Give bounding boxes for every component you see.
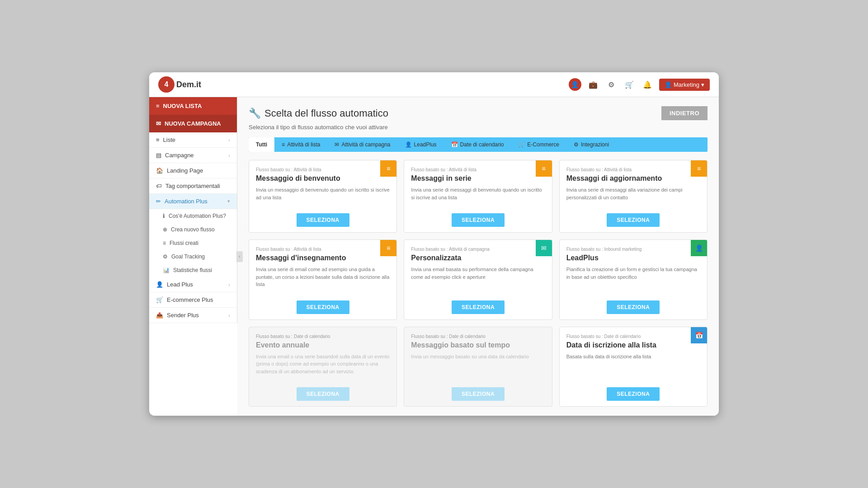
landing-icon: 🏠 [156,167,163,174]
card-title-7: Messaggio basato sul tempo [411,341,545,349]
sidebar-item-automation[interactable]: ✏ Automation Plus ▾ [149,194,237,209]
card-insegnamento: ≡ Flusso basato su : Attività di lista M… [249,239,397,320]
tab-date-calendario[interactable]: 📅 Date di calendario [444,137,511,152]
sidebar-item-liste[interactable]: ≡ Liste › [149,132,237,148]
logo-circle: 4 [158,76,175,93]
content-header: 🔧 Scelta del flusso automatico INDIETRO [249,106,708,120]
card-leadplus: 👤 Flusso basato su : Inbound marketing L… [559,239,708,320]
seleziona-btn-1[interactable]: SELEZIONA [452,213,505,227]
seleziona-btn-6[interactable]: SELEZIONA [297,387,349,401]
bell-icon[interactable]: 🔔 [641,78,654,91]
sidebar-item-ecommerce[interactable]: 🛒 E-commerce Plus [149,292,237,308]
top-nav: 4 Dem.it 👤 💼 ⚙ 🛒 🔔 👤 Marketing ▾ [149,72,719,97]
campagna-tab-icon: ✉ [335,141,339,148]
sidebar-sub-flussi[interactable]: ≡ Flussi creati [149,236,237,250]
card-desc-6: Invia una email o una serie basandoti su… [256,353,390,375]
seleziona-btn-7[interactable]: SELEZIONA [452,387,505,401]
new-list-button[interactable]: ≡ NUOVA LISTA [149,97,237,115]
chevron-right-icon: › [228,153,230,158]
card-desc-5: Pianifica la creazione di un form e gest… [566,266,700,281]
cart-icon[interactable]: 🛒 [623,78,636,91]
tab-ecommerce[interactable]: 🛒 E-Commerce [511,137,566,152]
card-title-8: Data di iscrizione alla lista [566,341,700,349]
filter-tabs: Tutti ≡ Attività di lista ✉ Attività di … [249,137,708,152]
card-corner-4: ✉ [536,240,552,256]
automation-icon: ✏ [156,198,161,205]
logo-text: Dem.it [176,80,201,89]
cards-grid: ≡ Flusso basato su : Attività di lista M… [249,160,708,407]
list-bullet-icon: ≡ [156,136,160,143]
goal-icon: ⚙ [163,253,168,260]
sidebar-sub-goal[interactable]: ⚙ Goal Tracking [149,250,237,263]
tab-integrazioni[interactable]: ⚙ Integrazioni [566,137,616,152]
card-desc-8: Basata sulla data di iscrizione alla lis… [566,353,700,361]
seleziona-btn-4[interactable]: SELEZIONA [452,300,505,314]
card-tag-7: Flusso basato su : Date di calendario [411,334,545,339]
card-desc-1: Invia una serie di messaggi di benvenuto… [411,186,545,201]
card-corner-8: 📅 [691,327,707,343]
settings-icon[interactable]: ⚙ [605,78,618,91]
indietro-button[interactable]: INDIETRO [661,106,708,120]
ecommerce-icon: 🛒 [156,296,163,303]
seleziona-btn-8[interactable]: SELEZIONA [607,387,660,401]
tab-attivita-campagna[interactable]: ✉ Attività di campagna [327,137,397,152]
campagne-icon: ▤ [156,152,161,159]
sidebar: ≡ NUOVA LISTA ✉ NUOVA CAMPAGNA ≡ Liste ›… [149,97,237,323]
sender-icon: 📤 [156,312,163,319]
card-desc-3: Invia una serie di email come ad esempio… [256,266,390,288]
sidebar-item-landing[interactable]: 🏠 Landing Page [149,163,237,178]
sidebar-sub-stats[interactable]: 📊 Statistiche flussi [149,263,237,277]
card-title-4: Personalizzata [411,254,545,262]
tab-tutti[interactable]: Tutti [249,137,274,152]
card-desc-7: Invia un messaggio basato su una data da… [411,353,545,361]
card-tempo: Flusso basato su : Date di calendario Me… [404,327,552,407]
card-tag-6: Flusso basato su : Date di calendario [256,334,390,339]
card-title-1: Messaggi in serie [411,174,545,183]
card-tag-0: Flusso basato su : Attività di lista [256,167,390,172]
card-tag-3: Flusso basato su : Attività di lista [256,247,390,252]
card-title-2: Messaggi di aggiornamento [566,174,700,183]
card-corner-2: ≡ [691,160,707,177]
sidebar-collapse-arrow[interactable]: ‹ [236,251,243,262]
card-tag-8: Flusso basato su : Date di calendario [566,334,700,339]
briefcase-icon[interactable]: 💼 [587,78,599,91]
card-serie: ≡ Flusso basato su : Attività di lista M… [404,160,552,233]
ecommerce-tab-icon: 🛒 [518,141,525,148]
card-evento: Flusso basato su : Date di calendario Ev… [249,327,397,407]
user-search-icon[interactable]: 👤 [569,78,581,91]
flussi-icon: ≡ [163,240,166,246]
plus-icon: ⊕ [163,226,167,233]
dropdown-chevron-icon: ▾ [701,81,704,88]
card-corner-5: 👤 [691,240,707,256]
card-tag-2: Flusso basato su : Attività di lista [566,167,700,172]
new-campaign-button[interactable]: ✉ NUOVA CAMPAGNA [149,115,237,132]
sidebar-item-campagne[interactable]: ▤ Campagne › [149,148,237,163]
card-title-6: Evento annuale [256,341,390,349]
chevron-down-icon: ▾ [227,198,230,204]
sidebar-item-tag[interactable]: 🏷 Tag comportamentali [149,178,237,194]
tab-attivita-lista[interactable]: ≡ Attività di lista [274,137,327,152]
seleziona-btn-5[interactable]: SELEZIONA [607,300,660,314]
tab-leadplus[interactable]: 👤 LeadPlus [398,137,444,152]
card-title-0: Messaggio di benvenuto [256,174,390,183]
card-desc-2: Invia una serie di messaggi alla variazi… [566,186,700,201]
user-avatar-icon: 👤 [665,81,672,88]
card-benvenuto: ≡ Flusso basato su : Attività di lista M… [249,160,397,233]
card-personalizzata: ✉ Flusso basato su : Attività di campagn… [404,239,552,320]
sidebar-item-sender[interactable]: 📤 Sender Plus › [149,308,237,323]
envelope-icon: ✉ [156,120,161,127]
stats-icon: 📊 [163,267,170,273]
card-corner-0: ≡ [380,160,396,177]
seleziona-btn-2[interactable]: SELEZIONA [607,213,660,227]
seleziona-btn-0[interactable]: SELEZIONA [297,213,349,227]
info-icon: ℹ [163,213,165,219]
sidebar-item-lead[interactable]: 👤 Lead Plus › [149,277,237,292]
marketing-button[interactable]: 👤 Marketing ▾ [659,79,710,91]
list-icon: ≡ [156,103,160,109]
top-nav-icons: 👤 💼 ⚙ 🛒 🔔 👤 Marketing ▾ [569,78,710,91]
card-title-5: LeadPlus [566,254,700,262]
sidebar-sub-crea[interactable]: ⊕ Crea nuovo flusso [149,223,237,236]
card-aggiornamento: ≡ Flusso basato su : Attività di lista M… [559,160,708,233]
sidebar-sub-cosè[interactable]: ℹ Cos'è Automation Plus? [149,209,237,223]
seleziona-btn-3[interactable]: SELEZIONA [297,300,349,314]
